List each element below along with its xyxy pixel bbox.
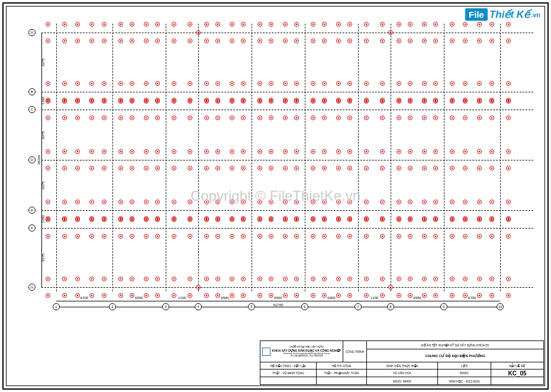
pile-icon	[144, 234, 149, 239]
pile-icon	[463, 166, 468, 171]
pile-icon	[155, 22, 160, 27]
pile-icon	[294, 99, 299, 104]
pile-icon	[230, 22, 234, 27]
pile-icon	[336, 99, 341, 104]
pile-icon	[155, 115, 160, 120]
pile-icon	[506, 293, 511, 298]
pile-icon	[283, 22, 288, 27]
pile-icon	[322, 200, 327, 204]
pile-icon	[89, 149, 94, 154]
pile-icon	[172, 38, 176, 43]
pile-icon	[388, 285, 393, 290]
pile-icon	[172, 217, 176, 222]
pile-icon	[364, 277, 369, 281]
pile-icon	[172, 234, 176, 239]
pile-icon	[311, 81, 315, 86]
pile-icon	[380, 22, 385, 27]
pile-icon	[489, 293, 494, 298]
pile-icon	[450, 234, 455, 239]
pile-icon	[283, 99, 288, 104]
pile-icon	[397, 149, 401, 154]
pile-icon	[75, 217, 80, 222]
pile-icon	[336, 200, 341, 204]
pile-icon	[188, 38, 192, 43]
pile-icon	[450, 149, 455, 154]
dim-h: 6500	[135, 296, 143, 300]
pile-icon	[463, 277, 468, 281]
pile-icon	[347, 234, 352, 239]
tb-sheet-no: KC_05	[491, 369, 543, 377]
pile-icon	[397, 166, 401, 171]
pile-icon	[477, 200, 482, 204]
pile-icon	[62, 200, 67, 204]
pile-icon	[144, 81, 149, 86]
pile-icon	[144, 277, 149, 281]
pile-icon	[463, 149, 468, 154]
pile-icon	[89, 22, 94, 27]
pile-icon	[144, 166, 149, 171]
pile-icon	[489, 99, 494, 104]
gridline-v	[166, 24, 166, 291]
pile-icon	[463, 81, 468, 86]
pile-icon	[422, 234, 427, 239]
pile-icon	[311, 217, 315, 222]
pile-icon	[241, 38, 246, 43]
pile-icon	[422, 81, 427, 86]
pile-icon	[506, 277, 511, 281]
pile-icon	[118, 115, 123, 120]
pile-icon	[422, 217, 427, 222]
pile-icon	[489, 200, 494, 204]
pile-icon	[188, 293, 192, 298]
pile-icon	[257, 166, 262, 171]
pile-icon	[118, 22, 123, 27]
pile-icon	[380, 277, 385, 281]
grid-bubble-v: 6	[301, 303, 308, 310]
pile-icon	[257, 200, 262, 204]
pile-icon	[75, 115, 80, 120]
dim-v: 1150	[41, 97, 45, 104]
pile-icon	[269, 81, 273, 86]
gridline-v	[198, 24, 199, 291]
pile-icon	[257, 149, 262, 154]
pile-icon	[269, 115, 273, 120]
pile-icon	[294, 200, 299, 204]
pile-icon	[336, 293, 341, 298]
tb-h-gvkt: HỒ KIẾN TRÚC - KẾT CẤU	[260, 362, 317, 369]
pile-icon	[172, 149, 176, 154]
pile-icon	[380, 99, 385, 104]
pile-icon	[172, 200, 176, 204]
pile-icon	[294, 81, 299, 86]
pile-icon	[215, 234, 220, 239]
pile-icon	[397, 22, 401, 27]
pile-icon	[144, 293, 149, 298]
pile-icon	[89, 293, 94, 298]
pile-icon	[230, 115, 234, 120]
pile-icon	[311, 149, 315, 154]
tb-gv2: THẦY - PHẠM ĐỨC TOÀN	[317, 369, 367, 377]
pile-icon	[450, 38, 455, 43]
pile-icon	[450, 217, 455, 222]
pile-icon	[397, 217, 401, 222]
pile-icon	[477, 277, 482, 281]
pile-icon	[450, 81, 455, 86]
pile-icon	[241, 22, 246, 27]
pile-icon	[380, 200, 385, 204]
pile-icon	[364, 115, 369, 120]
pile-icon	[215, 22, 220, 27]
drawing-area: ABCDEFG123456789106275115062756275115062…	[18, 18, 539, 321]
pile-icon	[506, 234, 511, 239]
pile-icon	[463, 217, 468, 222]
grid-bubble-v: 8	[387, 303, 394, 310]
pile-icon	[118, 200, 123, 204]
pile-icon	[204, 22, 209, 27]
pile-icon	[283, 115, 288, 120]
pile-icon	[89, 81, 94, 86]
pile-icon	[380, 234, 385, 239]
pile-icon	[364, 293, 369, 298]
pile-icon	[283, 293, 288, 298]
gridline-h	[41, 160, 533, 160]
pile-icon	[336, 81, 341, 86]
pile-icon	[506, 115, 511, 120]
gridline-v	[391, 24, 391, 291]
pile-icon	[433, 234, 438, 239]
